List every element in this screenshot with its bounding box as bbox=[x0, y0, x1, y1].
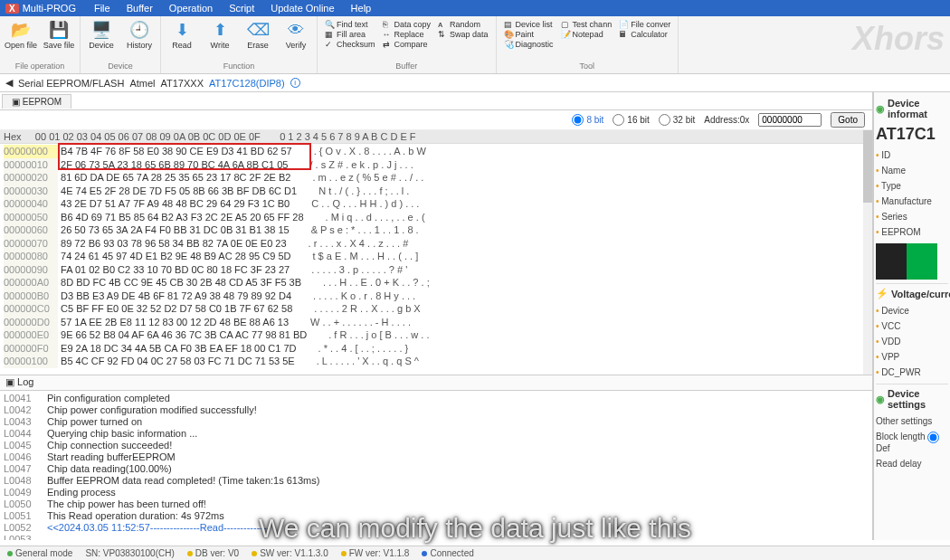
bit32-radio[interactable]: 32 bit bbox=[659, 114, 695, 126]
hex-row[interactable]: 000000C0 C5 BF FF E0 0E 32 52 D2 D7 58 C… bbox=[4, 302, 869, 316]
watermark-logo: Xhors bbox=[852, 20, 950, 58]
read-button[interactable]: ⬇Read bbox=[165, 18, 199, 58]
hex-row[interactable]: 000000B0 D3 BB E3 A9 DE 4B 6F 81 72 A9 3… bbox=[4, 289, 869, 303]
hex-row[interactable]: 000000E0 9E 66 52 B8 04 AF 6A 46 36 7C 3… bbox=[4, 328, 869, 342]
field-dcpwr: DC_PWR bbox=[876, 365, 948, 380]
fill-area-button[interactable]: ▦Fill area bbox=[325, 30, 375, 39]
addr-label: Address:0x bbox=[704, 115, 749, 125]
calculator-button[interactable]: 🖩Calculator bbox=[619, 30, 670, 39]
breadcrumb: ◀ Serial EEPROM/FLASH Atmel AT17XXX AT17… bbox=[0, 74, 950, 92]
field-type: Type bbox=[876, 178, 948, 194]
write-icon: ⬆ bbox=[210, 20, 230, 40]
notepad-button[interactable]: 📝Notepad bbox=[561, 30, 613, 39]
compare-button[interactable]: ⇄Compare bbox=[383, 40, 432, 49]
device-list-button[interactable]: ▤Device list bbox=[504, 20, 554, 29]
find-text-button[interactable]: 🔍Find text bbox=[325, 20, 375, 29]
hex-toolbar: 8 bit 16 bit 32 bit Address:0x Goto bbox=[0, 110, 872, 130]
hex-row[interactable]: 00000040 43 2E D7 51 A7 7F A9 48 48 BC 2… bbox=[4, 197, 869, 211]
field-vdd: VDD bbox=[876, 334, 948, 349]
hex-row[interactable]: 00000030 4E 74 E5 2F 28 DE 7D F5 05 8B 6… bbox=[4, 185, 869, 198]
goto-button[interactable]: Goto bbox=[831, 112, 865, 128]
hex-row[interactable]: 00000100 B5 4C CF 92 FD 04 0C 27 58 03 F… bbox=[4, 355, 869, 368]
write-button[interactable]: ⬆Write bbox=[203, 18, 237, 58]
menu-operation[interactable]: Operation bbox=[169, 3, 213, 14]
menu-script[interactable]: Script bbox=[229, 3, 254, 14]
save-file-button[interactable]: 💾Save file bbox=[42, 18, 76, 58]
ribbon-group-device: 🖥️Device 🕘History Device bbox=[81, 16, 161, 73]
hex-row[interactable]: 000000F0 E9 2A 18 DC 34 4A 5B CA F0 3B E… bbox=[4, 342, 869, 356]
verify-button[interactable]: 👁Verify bbox=[279, 18, 313, 58]
hex-tabs: ▣ EEPROM bbox=[0, 92, 872, 110]
ribbon-group-function: ⬇Read ⬆Write ⌫Erase 👁Verify Function bbox=[161, 16, 318, 73]
status-mode: General mode bbox=[7, 548, 72, 558]
paint-button[interactable]: 🎨Paint bbox=[504, 30, 554, 39]
compare-icon: ⇄ bbox=[383, 40, 392, 49]
swap-button[interactable]: ⇅Swap data bbox=[438, 30, 489, 39]
hex-row[interactable]: 000000A0 8D BD FC 4B CC 9E 45 CB 30 2B 4… bbox=[4, 276, 869, 289]
crumb-chip[interactable]: AT17C128(DIP8) bbox=[209, 78, 285, 89]
scroll-thumb[interactable] bbox=[863, 130, 872, 203]
menu-help[interactable]: Help bbox=[351, 3, 372, 14]
log-line: L0047Chip data reading(100.00%) bbox=[4, 463, 869, 475]
scrollbar[interactable] bbox=[863, 130, 872, 375]
status-sw: SW ver: V1.1.3.0 bbox=[252, 548, 328, 558]
section-device-info: ◉Device informat bbox=[876, 98, 948, 119]
log-line: L0041Pin configuration completed bbox=[4, 393, 869, 404]
diagnostic-button[interactable]: 🩺Diagnostic bbox=[504, 40, 554, 49]
calc-icon: 🖩 bbox=[619, 30, 628, 39]
erase-icon: ⌫ bbox=[248, 20, 268, 40]
hex-row[interactable]: 00000060 26 50 73 65 3A 2A F4 F0 BB 31 D… bbox=[4, 223, 869, 237]
log-body[interactable]: L0041Pin configuration completedL0042Chi… bbox=[0, 391, 872, 540]
hex-editor[interactable]: Hex 00 01 02 03 04 05 06 07 08 09 0A 0B … bbox=[0, 130, 872, 375]
bit16-radio[interactable]: 16 bit bbox=[613, 114, 649, 126]
search-icon: 🔍 bbox=[325, 20, 334, 29]
check-icon: ◉ bbox=[876, 103, 885, 115]
crumb-atmel[interactable]: Atmel bbox=[129, 78, 155, 89]
data-copy-button[interactable]: ⎘Data copy bbox=[383, 20, 432, 29]
erase-button[interactable]: ⌫Erase bbox=[241, 18, 275, 58]
menu-file[interactable]: File bbox=[94, 3, 110, 14]
hex-row[interactable]: 00000070 89 72 B6 93 03 78 96 58 34 BB 8… bbox=[4, 237, 869, 251]
info-icon[interactable]: i bbox=[290, 78, 300, 88]
hex-row[interactable]: 00000010 2F 06 73 5A 23 18 65 6B 89 70 B… bbox=[4, 158, 869, 172]
history-icon: 🕘 bbox=[129, 20, 149, 40]
test-chann-button[interactable]: ▢Test chann bbox=[561, 20, 613, 29]
field-vpp: VPP bbox=[876, 349, 948, 365]
hex-row[interactable]: 00000000 B4 7B 4F 76 8F 58 E0 38 90 CE E… bbox=[4, 145, 869, 158]
main-menu: File Buffer Operation Script Update Onli… bbox=[94, 3, 371, 14]
save-icon: 💾 bbox=[49, 20, 69, 40]
replace-button[interactable]: ↔Replace bbox=[383, 30, 432, 39]
fileconv-button[interactable]: 📄File conver bbox=[619, 20, 670, 29]
checksum-button[interactable]: ✓Checksum bbox=[325, 40, 375, 49]
log-line: L0044Querying chip basic information ... bbox=[4, 428, 869, 440]
addr-input[interactable] bbox=[758, 113, 822, 127]
crumb-serial[interactable]: Serial EEPROM/FLASH bbox=[18, 78, 124, 89]
crumb-at17xxx[interactable]: AT17XXX bbox=[161, 78, 204, 89]
menu-update[interactable]: Update Online bbox=[271, 3, 334, 14]
bit8-radio[interactable]: 8 bit bbox=[572, 114, 603, 126]
history-button[interactable]: 🕘History bbox=[122, 18, 157, 58]
section-voltage: ⚡Voltage/current bbox=[876, 288, 948, 299]
bolt-icon: ⚡ bbox=[876, 288, 888, 299]
log-line: L0052<<2024.03.05 11:52:57--------------… bbox=[4, 522, 869, 534]
block-length-row: Block length Def bbox=[876, 429, 948, 456]
hex-row[interactable]: 00000020 81 6D DA DE 65 7A 28 25 35 65 2… bbox=[4, 171, 869, 185]
device-button[interactable]: 🖥️Device bbox=[84, 18, 119, 58]
app-logo: X bbox=[5, 4, 19, 14]
verify-icon: 👁 bbox=[286, 20, 306, 40]
chip-thumbnail[interactable] bbox=[876, 243, 937, 280]
group-label-function: Function bbox=[165, 62, 313, 71]
hex-row[interactable]: 00000090 FA 01 02 B0 C2 33 10 70 BD 0C 8… bbox=[4, 263, 869, 277]
menu-buffer[interactable]: Buffer bbox=[127, 3, 153, 14]
log-line: L0051This Read operation duration: 4s 97… bbox=[4, 510, 869, 522]
open-file-button[interactable]: 📂Open file bbox=[4, 18, 38, 58]
hex-row[interactable]: 00000050 B6 4D 69 71 B5 85 64 B2 A3 F3 2… bbox=[4, 211, 869, 224]
random-icon: ᴀ bbox=[438, 20, 447, 29]
hex-row[interactable]: 00000080 74 24 61 45 97 4D E1 B2 9E 48 B… bbox=[4, 250, 869, 263]
hex-row[interactable]: 000000D0 57 1A EE 2B E8 11 12 83 00 12 2… bbox=[4, 316, 869, 329]
section-settings: ◉Device settings bbox=[876, 388, 948, 410]
chip-name: AT17C1 bbox=[876, 123, 948, 147]
tab-eeprom[interactable]: ▣ EEPROM bbox=[2, 94, 71, 109]
log-line: L0045Chip connection succeeded! bbox=[4, 440, 869, 451]
random-button[interactable]: ᴀRandom bbox=[438, 20, 489, 29]
